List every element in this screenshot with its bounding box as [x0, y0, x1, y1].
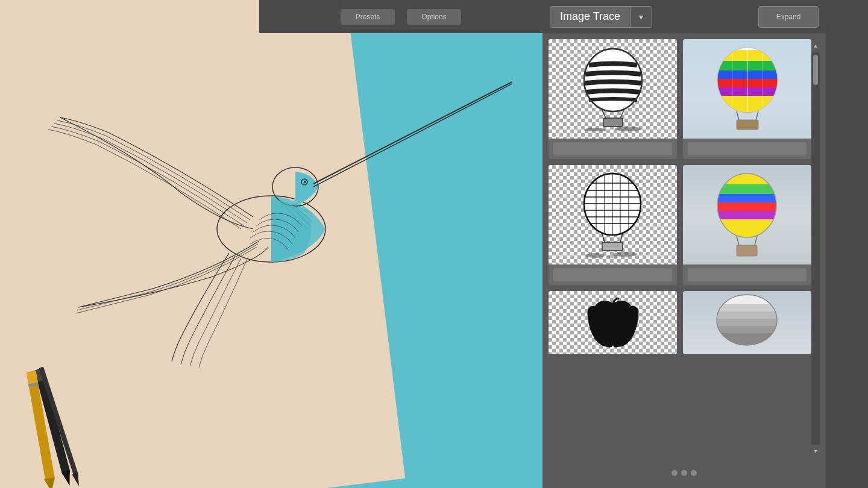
panel-header: Image Trace ▾ Expand [542, 0, 826, 33]
svg-point-62 [606, 255, 618, 258]
svg-rect-66 [717, 194, 776, 202]
svg-rect-67 [717, 202, 776, 211]
svg-rect-77 [717, 304, 777, 311]
card-4-thumb [683, 165, 811, 264]
pagination-dot-1 [671, 470, 678, 476]
card-3-label [553, 268, 672, 281]
scroll-down-button[interactable]: ▼ [811, 445, 820, 458]
panel-grid-wrapper: ▲ ▼ [549, 39, 820, 458]
svg-line-5 [313, 71, 512, 187]
svg-point-26 [615, 127, 641, 131]
pagination-dot-2 [681, 470, 687, 476]
scrollbar-track: ▲ ▼ [811, 39, 820, 458]
svg-line-4 [313, 69, 512, 184]
card-color-balloon-photo[interactable] [683, 39, 811, 159]
scroll-thumb [813, 55, 818, 85]
panel-expand-button[interactable]: Expand [758, 6, 819, 28]
svg-line-71 [737, 236, 739, 245]
svg-rect-41 [737, 120, 758, 130]
svg-line-22 [602, 110, 606, 118]
card-3-thumb [549, 165, 677, 264]
card-1-label [553, 142, 672, 155]
card-bw-balloon-sketch[interactable] [549, 39, 677, 159]
card-color-balloon-grey[interactable] [683, 165, 811, 285]
svg-rect-78 [717, 311, 777, 319]
panel-scroll-area: ▲ ▼ [542, 33, 826, 458]
card-apple-silhouette[interactable] [549, 291, 677, 354]
svg-line-23 [620, 110, 624, 118]
card-3-balloon [549, 165, 677, 264]
svg-marker-15 [44, 477, 57, 488]
card-2-label [688, 142, 807, 155]
pens-illustration [0, 361, 157, 488]
svg-marker-19 [72, 473, 82, 487]
panel-title-box: Image Trace ▾ [550, 6, 652, 28]
svg-rect-59 [602, 242, 623, 251]
scroll-up-button[interactable]: ▲ [811, 39, 820, 52]
svg-marker-12 [61, 470, 74, 487]
svg-line-57 [602, 234, 605, 242]
svg-rect-68 [717, 211, 776, 219]
toolbar-options-button[interactable]: Options [407, 9, 461, 25]
panel-title-label: Image Trace [550, 6, 630, 28]
pagination-dot-3 [691, 470, 697, 476]
svg-point-3 [304, 181, 306, 183]
card-5-thumb [549, 291, 677, 354]
svg-rect-76 [717, 296, 777, 304]
toolbar-presets-button[interactable]: Presets [341, 9, 395, 25]
svg-rect-73 [737, 245, 757, 256]
card-1-balloon [549, 39, 677, 139]
card-5-content [549, 291, 677, 354]
svg-line-39 [737, 111, 739, 120]
svg-point-25 [584, 128, 606, 131]
card-bw-balloon-outline[interactable] [549, 165, 677, 285]
svg-rect-24 [603, 118, 623, 127]
svg-line-58 [620, 234, 623, 242]
card-1-thumb [549, 39, 677, 139]
card-4-label [688, 268, 807, 281]
card-balloon-top-view[interactable] [683, 291, 811, 354]
svg-point-60 [585, 253, 605, 258]
card-4-balloon [683, 165, 811, 264]
card-grid [549, 39, 811, 354]
svg-rect-81 [717, 333, 777, 345]
main-toolbar: Presets Options [259, 0, 542, 33]
card-6-thumb [683, 291, 811, 354]
panel-footer [542, 458, 826, 488]
card-2-thumb [683, 39, 811, 139]
svg-line-72 [755, 236, 757, 245]
svg-rect-79 [717, 319, 777, 326]
panel-title-dropdown-button[interactable]: ▾ [630, 6, 652, 28]
card-2-balloon-wrapper [683, 39, 811, 139]
svg-line-40 [756, 111, 758, 120]
svg-rect-65 [717, 184, 776, 194]
panel-scroll-content [549, 39, 811, 458]
card-6-content [683, 291, 811, 354]
image-trace-panel: Image Trace ▾ Expand [542, 0, 826, 488]
svg-rect-80 [717, 326, 777, 333]
